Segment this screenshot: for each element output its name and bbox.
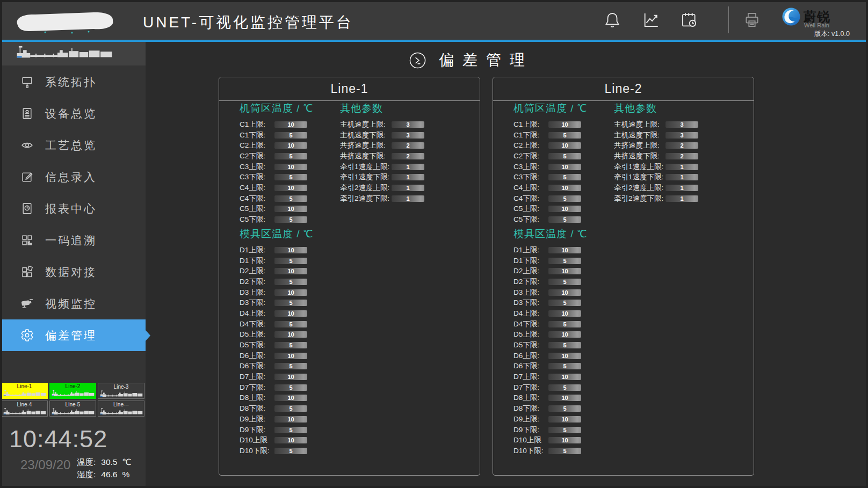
param-value-input[interactable]: 5 [274, 342, 307, 348]
param-value-input[interactable]: 1 [392, 164, 424, 170]
sidebar-item-devices[interactable]: 设备总览 [0, 98, 146, 129]
param-value-input[interactable]: 5 [274, 174, 307, 180]
param-value-input[interactable]: 10 [548, 395, 581, 401]
param-label: C4上限: [240, 183, 274, 193]
param-value-input[interactable]: 5 [548, 427, 581, 433]
param-value-input[interactable]: 3 [666, 132, 698, 139]
param-value-input[interactable]: 10 [548, 164, 581, 170]
param-value-input[interactable]: 2 [666, 153, 698, 159]
sidebar-item-entry[interactable]: 信息录入 [0, 161, 146, 193]
param-value-input[interactable]: 3 [666, 121, 698, 128]
param-value-input[interactable]: 1 [666, 174, 698, 180]
param-value-input[interactable]: 10 [274, 268, 307, 274]
sidebar-item-data-link[interactable]: 数据对接 [0, 256, 146, 288]
param-value-input[interactable]: 1 [392, 185, 424, 191]
sidebar-item-topology[interactable]: 系统拓扑 [0, 66, 146, 98]
param-value-input[interactable]: 5 [274, 216, 307, 223]
sidebar-item-deviation[interactable]: 偏差管理 [0, 319, 146, 351]
param-value-input[interactable]: 10 [548, 185, 581, 191]
param-value-input[interactable]: 5 [274, 195, 307, 202]
param-value-input[interactable]: 10 [274, 289, 307, 296]
sidebar-item-reports[interactable]: 报表中心 [0, 193, 146, 224]
production-line-graphic [0, 42, 146, 65]
param-value-input[interactable]: 2 [666, 142, 698, 149]
param-value-input[interactable]: 5 [548, 384, 581, 391]
param-value-input[interactable]: 5 [548, 174, 581, 180]
param-value-input[interactable]: 10 [548, 206, 581, 212]
param-value-input[interactable]: 10 [274, 247, 307, 253]
param-value-input[interactable]: 10 [548, 331, 581, 338]
param-value-input[interactable]: 10 [274, 206, 307, 212]
param-value-input[interactable]: 10 [548, 437, 581, 443]
param-value-input[interactable]: 10 [274, 310, 307, 317]
param-value-input[interactable]: 5 [274, 405, 307, 412]
param-value-input[interactable]: 10 [548, 268, 581, 274]
param-value-input[interactable]: 5 [548, 342, 581, 348]
param-value-input[interactable]: 5 [548, 216, 581, 223]
param-value-input[interactable]: 5 [548, 405, 581, 412]
param-value-input[interactable]: 5 [548, 300, 581, 306]
param-value-input[interactable]: 10 [548, 374, 581, 380]
param-value-input[interactable]: 10 [548, 121, 581, 128]
param-value-input[interactable]: 10 [274, 331, 307, 338]
sidebar-item-video[interactable]: 视频监控 [0, 288, 146, 319]
param-value-input[interactable]: 5 [274, 300, 307, 306]
param-value-input[interactable]: 1 [392, 174, 424, 180]
trend-chart-icon[interactable] [642, 11, 660, 29]
param-value-input[interactable]: 10 [274, 437, 307, 443]
param-value-input[interactable]: 10 [274, 185, 307, 191]
param-value-input[interactable]: 10 [274, 416, 307, 423]
param-value-input[interactable]: 3 [392, 121, 424, 128]
param-value-input[interactable]: 2 [392, 153, 424, 159]
param-value-input[interactable]: 10 [548, 142, 581, 149]
param-value-input[interactable]: 10 [548, 416, 581, 423]
param-value-input[interactable]: 1 [666, 164, 698, 170]
param-value-input[interactable]: 1 [392, 195, 424, 202]
param-value-input[interactable]: 5 [548, 363, 581, 369]
param-row: C3下限:5 [513, 172, 587, 183]
line-thumbnail[interactable]: Line-5 [49, 400, 96, 417]
param-value-input[interactable]: 5 [274, 427, 307, 433]
param-value-input[interactable]: 5 [274, 321, 307, 327]
param-value-input[interactable]: 5 [274, 132, 307, 139]
param-value-input[interactable]: 3 [392, 132, 424, 139]
param-value-input[interactable]: 5 [548, 258, 581, 264]
printer-icon[interactable] [743, 11, 761, 29]
param-value-input[interactable]: 10 [274, 142, 307, 149]
param-value-input[interactable]: 1 [666, 195, 698, 202]
param-value-input[interactable]: 10 [274, 164, 307, 170]
param-value-input[interactable]: 5 [274, 279, 307, 285]
calendar-clock-icon[interactable] [680, 11, 698, 29]
param-value-input[interactable]: 2 [392, 142, 424, 149]
param-label: 主机速度下限: [340, 130, 392, 140]
param-value-input[interactable]: 10 [274, 353, 307, 359]
line-thumbnail[interactable]: Line-1 [1, 383, 48, 399]
line-thumbnail[interactable]: Line--- [98, 400, 144, 417]
param-value-input[interactable]: 10 [274, 374, 307, 380]
param-value-input[interactable]: 5 [274, 153, 307, 159]
line-thumbnail[interactable]: Line-3 [98, 383, 144, 399]
param-value-input[interactable]: 5 [548, 448, 581, 454]
param-value-input[interactable]: 5 [548, 132, 581, 139]
line-thumbnail[interactable]: Line-2 [49, 383, 96, 399]
param-value-input[interactable]: 10 [548, 310, 581, 317]
param-value-input[interactable]: 10 [548, 247, 581, 253]
line-thumbnail[interactable]: Line-4 [1, 400, 48, 417]
param-value-input[interactable]: 5 [274, 448, 307, 454]
param-value-input[interactable]: 10 [274, 121, 307, 128]
param-value-input[interactable]: 5 [274, 258, 307, 264]
param-value-input[interactable]: 5 [548, 321, 581, 327]
param-value-input[interactable]: 10 [548, 353, 581, 359]
sidebar-item-trace[interactable]: 一码追溯 [0, 224, 146, 256]
param-value-input[interactable]: 5 [548, 153, 581, 159]
param-value-input[interactable]: 1 [666, 185, 698, 191]
param-value-input[interactable]: 5 [548, 279, 581, 285]
param-value-input[interactable]: 5 [274, 363, 307, 369]
bell-icon[interactable] [603, 11, 621, 29]
param-value-input[interactable]: 5 [274, 384, 307, 391]
param-value-input[interactable]: 5 [548, 195, 581, 202]
sidebar-item-process[interactable]: 工艺总览 [0, 129, 146, 161]
param-value-input[interactable]: 10 [548, 289, 581, 296]
param-label: C4上限: [513, 183, 548, 193]
param-value-input[interactable]: 10 [274, 395, 307, 401]
